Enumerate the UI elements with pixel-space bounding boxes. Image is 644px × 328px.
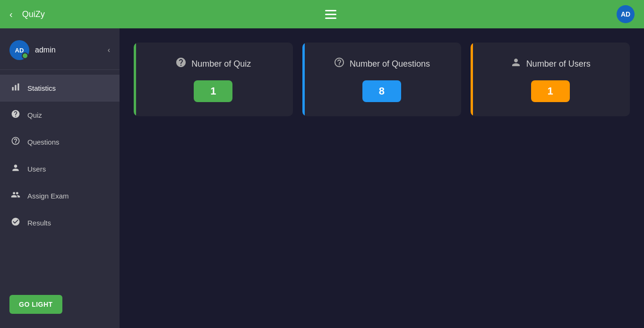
- sidebar-item-statistics[interactable]: Statistics: [0, 75, 120, 102]
- results-icon: [10, 217, 21, 229]
- sidebar-item-statistics-label: Statistics: [27, 84, 56, 92]
- sidebar-avatar: AD: [9, 40, 29, 60]
- svg-rect-2: [17, 84, 19, 91]
- quiz-stat-icon: [175, 57, 187, 71]
- stat-value-users: 1: [531, 80, 570, 102]
- menu-icon-line3: [325, 17, 336, 19]
- main-layout: AD admin ‹ Statistics: [0, 28, 644, 328]
- sidebar-item-results-label: Results: [27, 219, 51, 227]
- sidebar: AD admin ‹ Statistics: [0, 28, 120, 328]
- stat-value-quiz: 1: [194, 80, 232, 102]
- sidebar-user-section: AD admin ‹: [0, 35, 120, 70]
- stat-card-quiz: Number of Quiz 1: [134, 43, 293, 116]
- bar-chart-icon: [10, 82, 21, 94]
- sidebar-item-assign-exam[interactable]: Assign Exam: [0, 182, 120, 209]
- stat-card-questions-title: Number of Questions: [334, 57, 430, 71]
- back-button[interactable]: ‹: [9, 9, 13, 20]
- menu-button[interactable]: [325, 10, 336, 19]
- sidebar-item-results[interactable]: Results: [0, 209, 120, 236]
- topbar-left: ‹ QuiZy: [9, 9, 45, 20]
- sidebar-item-users[interactable]: Users: [0, 155, 120, 182]
- stat-card-questions: Number of Questions 8: [302, 43, 462, 116]
- menu-icon-line2: [325, 14, 336, 15]
- questions-stat-icon: [334, 57, 345, 71]
- assign-icon: [10, 190, 21, 202]
- app-title: QuiZy: [22, 9, 45, 19]
- quiz-icon: [10, 109, 21, 121]
- users-icon: [10, 163, 21, 175]
- stats-grid: Number of Quiz 1 Number of Questions 8: [134, 43, 630, 116]
- sidebar-username: admin: [35, 46, 102, 54]
- sidebar-avatar-initials: AD: [15, 47, 24, 54]
- questions-icon: [10, 136, 21, 148]
- sidebar-collapse-button[interactable]: ‹: [108, 46, 110, 54]
- stat-card-users-title: Number of Users: [510, 57, 591, 71]
- topbar: ‹ QuiZy AD: [0, 0, 644, 28]
- stat-card-quiz-label: Number of Quiz: [191, 59, 251, 69]
- sidebar-item-questions-label: Questions: [27, 138, 60, 146]
- stat-card-quiz-title: Number of Quiz: [175, 57, 251, 71]
- go-light-button[interactable]: GO LIGHT: [9, 295, 62, 314]
- sidebar-nav: Statistics Quiz Questions: [0, 75, 120, 288]
- sidebar-item-quiz[interactable]: Quiz: [0, 102, 120, 129]
- users-stat-icon: [510, 57, 522, 71]
- sidebar-item-questions[interactable]: Questions: [0, 129, 120, 155]
- sidebar-item-users-label: Users: [27, 165, 46, 173]
- main-content: Number of Quiz 1 Number of Questions 8: [120, 28, 644, 328]
- sidebar-item-assign-exam-label: Assign Exam: [27, 192, 69, 200]
- svg-rect-1: [15, 85, 16, 91]
- stat-card-questions-label: Number of Questions: [350, 59, 430, 69]
- svg-rect-0: [12, 87, 14, 91]
- stat-value-questions: 8: [362, 80, 401, 102]
- stat-card-users-label: Number of Users: [526, 59, 591, 69]
- stat-card-users: Number of Users 1: [471, 43, 630, 116]
- menu-icon-line1: [325, 10, 336, 11]
- sidebar-item-quiz-label: Quiz: [27, 111, 42, 119]
- sidebar-bottom: GO LIGHT: [0, 288, 120, 321]
- topbar-avatar: AD: [617, 5, 635, 23]
